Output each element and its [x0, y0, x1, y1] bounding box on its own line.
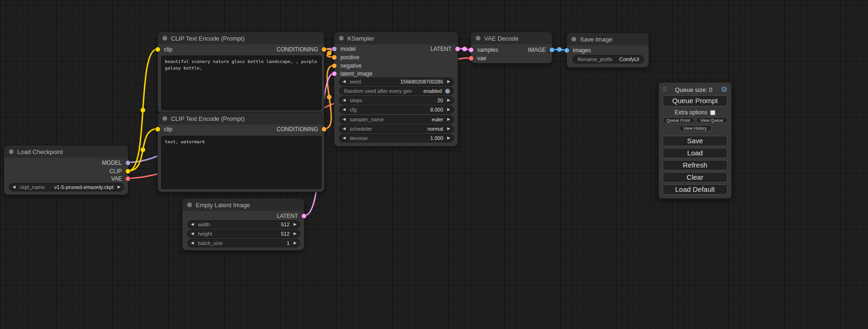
increment-arrow-icon[interactable]	[445, 98, 450, 102]
batch-size-widget[interactable]: batch_size 1	[187, 239, 300, 247]
node-title: KSampler	[347, 35, 374, 42]
decrement-arrow-icon[interactable]	[343, 108, 347, 112]
increment-arrow-icon[interactable]	[445, 136, 450, 140]
input-label-images: images	[573, 47, 591, 54]
node-status-dot-icon[interactable]	[476, 36, 480, 41]
sampler-name-widget[interactable]: sampler_name euler	[339, 115, 454, 124]
decrement-arrow-icon[interactable]	[13, 185, 17, 189]
wire-midpoint-dot	[557, 47, 562, 52]
node-status-dot-icon[interactable]	[162, 36, 167, 41]
increment-arrow-icon[interactable]	[292, 241, 296, 245]
drag-handle-icon[interactable]	[663, 86, 667, 93]
widget-name: seed	[350, 79, 361, 84]
node-vae-decode: VAE Decode samples IMAGE vae	[471, 32, 552, 63]
input-port-vae[interactable]	[469, 56, 473, 61]
decrement-arrow-icon[interactable]	[191, 232, 196, 236]
input-label-clip: clip	[164, 46, 172, 53]
steps-widget[interactable]: steps 20	[339, 96, 454, 105]
node-titlebar[interactable]: VAE Decode	[471, 32, 552, 44]
node-titlebar[interactable]: Save Image	[567, 33, 649, 45]
widget-value: 1.000	[430, 135, 443, 141]
seed-widget[interactable]: seed 156680208700286	[339, 77, 454, 86]
input-port-images[interactable]	[565, 48, 569, 53]
widget-value: 8.000	[430, 107, 443, 112]
node-status-dot-icon[interactable]	[339, 36, 344, 41]
output-port-latent[interactable]	[302, 214, 306, 218]
output-port-image[interactable]	[550, 48, 554, 52]
node-titlebar[interactable]: CLIP Text Encode (Prompt)	[158, 32, 324, 44]
node-status-dot-icon[interactable]	[162, 116, 167, 121]
decrement-arrow-icon[interactable]	[343, 98, 347, 102]
node-status-dot-icon[interactable]	[9, 149, 14, 154]
increment-arrow-icon[interactable]	[116, 185, 120, 189]
decrement-arrow-icon[interactable]	[343, 80, 347, 84]
node-load-checkpoint: Load Checkpoint MODEL CLIP VAE ckpt_name…	[4, 145, 128, 195]
toggle-knob-icon[interactable]	[445, 89, 450, 94]
widget-value: 20	[438, 98, 443, 103]
increment-arrow-icon[interactable]	[445, 127, 450, 131]
input-port-model[interactable]	[332, 47, 337, 51]
queue-menu-panel: Queue size: 0 Queue Prompt Extra options…	[658, 82, 732, 199]
filename-prefix-widget[interactable]: filename_prefix ComfyUI	[572, 55, 644, 63]
output-label-conditioning: CONDITIONING	[276, 46, 318, 53]
input-port-negative[interactable]	[332, 63, 337, 68]
view-queue-button[interactable]: View Queue	[696, 117, 728, 123]
node-title: Save Image	[580, 36, 612, 43]
output-port-clip[interactable]	[126, 169, 130, 174]
increment-arrow-icon[interactable]	[292, 223, 296, 226]
output-port-vae[interactable]	[126, 176, 130, 181]
node-ksampler: KSampler model LATENT positive negative …	[334, 32, 458, 147]
decrement-arrow-icon[interactable]	[191, 241, 196, 245]
widget-name: ckpt_name	[20, 184, 45, 190]
input-port-clip[interactable]	[155, 127, 160, 132]
input-port-positive[interactable]	[332, 55, 337, 60]
widget-value: ComfyUI	[619, 56, 639, 62]
output-port-conditioning[interactable]	[322, 47, 326, 52]
queue-front-button[interactable]: Queue Front	[663, 117, 694, 123]
width-widget[interactable]: width 512	[187, 220, 300, 229]
output-port-latent[interactable]	[455, 47, 460, 51]
extra-options-checkbox[interactable]	[710, 110, 715, 115]
node-titlebar[interactable]: Empty Latent Image	[183, 199, 304, 211]
node-status-dot-icon[interactable]	[572, 37, 576, 42]
view-history-button[interactable]: View History	[679, 125, 712, 131]
input-port-clip[interactable]	[155, 47, 160, 52]
increment-arrow-icon[interactable]	[292, 232, 296, 236]
load-default-button[interactable]: Load Default	[663, 184, 727, 195]
node-status-dot-icon[interactable]	[187, 203, 192, 207]
queue-prompt-button[interactable]: Queue Prompt	[663, 95, 727, 106]
widget-name: batch_size	[198, 240, 223, 246]
node-titlebar[interactable]: Load Checkpoint	[4, 146, 128, 158]
ckpt-name-widget[interactable]: ckpt_name v1-5-pruned-emaonly.ckpt	[9, 183, 124, 191]
decrement-arrow-icon[interactable]	[343, 118, 347, 121]
widget-name: denoise	[350, 135, 368, 141]
node-titlebar[interactable]: KSampler	[334, 32, 458, 44]
node-title: VAE Decode	[484, 35, 518, 42]
prompt-textarea[interactable]: beautiful scenery nature glass bottle la…	[161, 56, 322, 110]
load-button[interactable]: Load	[663, 148, 727, 158]
node-titlebar[interactable]: CLIP Text Encode (Prompt)	[158, 112, 324, 125]
widget-name: filename_prefix	[578, 56, 613, 62]
cfg-widget[interactable]: cfg 8.000	[339, 105, 454, 114]
decrement-arrow-icon[interactable]	[191, 223, 196, 226]
input-port-latent-image[interactable]	[332, 71, 337, 76]
clear-button[interactable]: Clear	[663, 172, 727, 182]
decrement-arrow-icon[interactable]	[343, 136, 347, 140]
input-port-samples[interactable]	[469, 48, 473, 52]
decrement-arrow-icon[interactable]	[343, 127, 347, 131]
settings-gear-icon[interactable]	[721, 86, 727, 93]
refresh-button[interactable]: Refresh	[663, 160, 727, 170]
scheduler-widget[interactable]: scheduler normal	[339, 125, 454, 133]
save-button[interactable]: Save	[663, 136, 727, 146]
output-port-conditioning[interactable]	[322, 127, 326, 132]
increment-arrow-icon[interactable]	[445, 118, 450, 121]
output-port-model[interactable]	[126, 161, 130, 165]
prompt-textarea[interactable]: text, watermark	[161, 136, 322, 189]
height-widget[interactable]: height 512	[187, 230, 300, 238]
denoise-widget[interactable]: denoise 1.000	[339, 134, 454, 142]
increment-arrow-icon[interactable]	[445, 80, 450, 84]
input-label-negative: negative	[340, 63, 361, 69]
node-title: CLIP Text Encode (Prompt)	[171, 35, 245, 42]
increment-arrow-icon[interactable]	[445, 108, 450, 112]
random-seed-toggle-widget[interactable]: Random seed after every gen enabled	[339, 87, 454, 95]
